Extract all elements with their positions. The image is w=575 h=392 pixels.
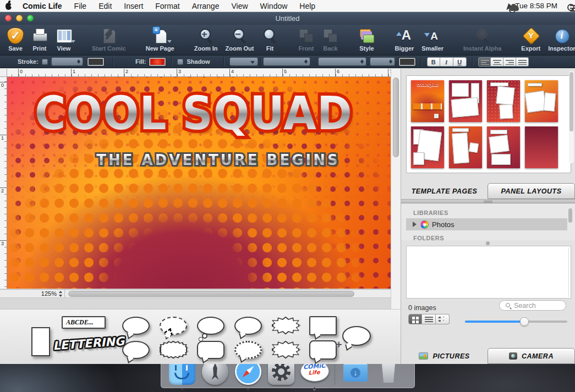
template-list-scrollbar[interactable] <box>569 71 574 163</box>
inspector-icon <box>554 27 570 44</box>
library-item-photos[interactable]: Photos <box>406 218 567 230</box>
grid-view-button[interactable] <box>408 314 422 324</box>
close-window-button[interactable] <box>5 15 12 21</box>
italic-button[interactable]: I <box>440 57 453 67</box>
image-browser-area[interactable] <box>406 246 571 299</box>
balloon-shape-item[interactable] <box>309 316 337 335</box>
menu-item[interactable]: Comic Life <box>17 0 68 12</box>
font-size-select[interactable] <box>370 57 395 66</box>
zoom-out-button[interactable]: Zoom Out <box>222 27 258 52</box>
view-button[interactable]: View <box>52 27 76 52</box>
slider-knob[interactable] <box>520 317 529 326</box>
export-button[interactable]: Export <box>517 27 544 52</box>
tab-panel-layouts[interactable]: PANEL LAYOUTS <box>488 183 575 199</box>
align-right-button[interactable] <box>503 57 516 67</box>
smaller-button[interactable]: Smaller <box>418 27 447 52</box>
zoom-level-control[interactable]: 125% <box>0 290 65 298</box>
ruler-corner <box>0 69 7 77</box>
menu-item[interactable]: Format <box>149 0 185 12</box>
tab-pictures[interactable]: PICTURES <box>401 348 488 364</box>
balloon-shape-item[interactable] <box>160 341 187 359</box>
template-page-thumbnail[interactable] <box>487 80 520 122</box>
balloon-shape-item[interactable] <box>197 317 224 335</box>
template-page-thumbnail[interactable] <box>525 126 558 168</box>
balloon-shape-item[interactable] <box>272 317 299 335</box>
stroke-color-well[interactable] <box>87 58 104 66</box>
detail-view-button[interactable] <box>436 314 450 324</box>
font-family-select[interactable] <box>263 57 310 66</box>
template-page-thumbnail[interactable]: COOL SQUAD <box>411 80 444 122</box>
horizontal-scrollbar[interactable]: 125% <box>0 289 391 298</box>
sidebar-splitter[interactable] <box>401 199 575 203</box>
print-button[interactable]: Print <box>28 27 52 52</box>
stroke-checkbox[interactable] <box>42 59 48 65</box>
minimize-window-button[interactable] <box>16 15 23 21</box>
panel-shape-item[interactable] <box>31 327 50 356</box>
balloon-shape-item[interactable] <box>160 317 187 335</box>
template-page-thumbnail[interactable] <box>487 126 520 168</box>
menu-item[interactable]: Help <box>293 0 321 12</box>
balloon-style-select[interactable] <box>229 57 258 66</box>
template-page-thumbnail[interactable] <box>449 80 482 122</box>
lettering-item[interactable]: LETTERING <box>52 334 124 352</box>
tab-template-pages[interactable]: TEMPLATE PAGES <box>401 183 488 199</box>
thumbnail-size-slider[interactable] <box>465 317 567 326</box>
balloon-shape-item[interactable] <box>122 341 150 359</box>
menu-item[interactable]: Edit <box>92 0 118 12</box>
align-center-button[interactable] <box>491 57 503 67</box>
vertical-ruler: 01234 <box>0 77 7 289</box>
bigger-button[interactable]: Bigger <box>391 27 418 52</box>
align-left-button[interactable] <box>478 57 491 67</box>
disclosure-triangle-icon[interactable] <box>413 222 417 227</box>
balloon-shape-item[interactable] <box>272 341 299 359</box>
horizontal-scroll-thumb[interactable] <box>68 291 354 297</box>
template-page-thumbnail[interactable] <box>411 126 444 168</box>
new-page-button[interactable]: New Page <box>142 27 178 52</box>
menu-item[interactable]: File <box>68 0 93 12</box>
template-page-thumbnail[interactable] <box>525 80 558 122</box>
front-button[interactable]: Front <box>294 27 318 52</box>
inspector-button[interactable]: Inspector <box>544 27 575 52</box>
balloon-shape-item[interactable] <box>234 341 262 359</box>
tab-camera[interactable]: CAMERA <box>488 348 575 364</box>
title-bar[interactable]: Untitled <box>0 12 575 25</box>
comic-page-canvas[interactable]: COOL SQUAD COOL SQUAD THE ADVENTURE BEGI… <box>7 77 391 289</box>
library-scrollbar[interactable] <box>568 208 573 236</box>
instant-alpha-button[interactable]: Instant Alpha <box>459 27 505 52</box>
balloon-shape-item[interactable] <box>309 340 337 360</box>
add-balloon-item[interactable] <box>342 326 371 346</box>
zoom-in-button[interactable]: Zoom In <box>190 27 222 52</box>
apple-menu[interactable] <box>0 0 17 12</box>
save-button[interactable]: Save <box>3 27 28 52</box>
stroke-width-select[interactable] <box>51 57 83 66</box>
bold-button[interactable]: B <box>427 57 440 67</box>
template-page-thumbnail[interactable] <box>449 126 482 168</box>
zoom-window-button[interactable] <box>27 15 34 21</box>
fill-color-well[interactable] <box>149 58 166 66</box>
align-justify-button[interactable] <box>516 57 529 67</box>
menu-item[interactable]: View <box>225 0 254 12</box>
style-button[interactable]: Style <box>354 27 379 52</box>
balloon-shape-item[interactable] <box>197 341 224 359</box>
balloon-shape-item[interactable] <box>234 317 262 335</box>
balloon-shape-item[interactable] <box>122 317 150 335</box>
text-box-item[interactable]: ABCDE... <box>62 316 106 329</box>
toolbar-button-label: Start Comic <box>92 45 126 52</box>
menu-item[interactable]: Insert <box>118 0 149 12</box>
underline-button[interactable]: U <box>453 57 467 67</box>
vertical-scroll-thumb[interactable] <box>393 78 399 157</box>
vertical-scrollbar[interactable] <box>391 69 401 309</box>
font-style-select[interactable] <box>318 57 366 66</box>
toolbar: Save Print View Start Comic New Page Zoo… <box>0 25 575 55</box>
back-button[interactable]: Back <box>318 27 342 52</box>
splitter-drag-dot[interactable] <box>486 241 490 245</box>
menu-item[interactable]: Window <box>254 0 294 12</box>
start-comic-button[interactable]: Start Comic <box>88 27 130 52</box>
menu-item[interactable]: Arrange <box>186 0 226 12</box>
shadow-checkbox[interactable] <box>177 59 183 65</box>
zoom-stepper[interactable] <box>58 291 63 297</box>
text-color-well[interactable] <box>399 58 415 66</box>
fit-button[interactable]: Fit <box>258 27 282 52</box>
search-input[interactable]: Search <box>499 300 566 311</box>
list-view-button[interactable] <box>422 314 436 324</box>
